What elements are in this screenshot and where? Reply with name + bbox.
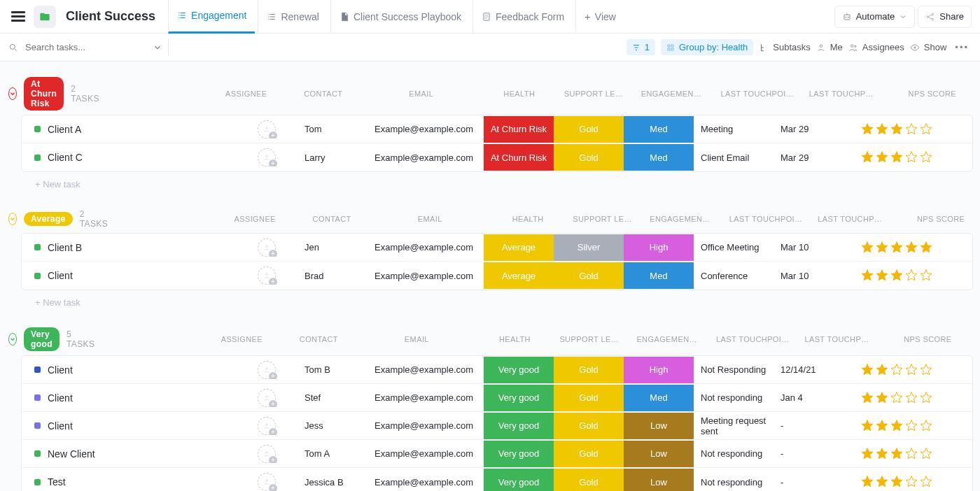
column-header[interactable]: EMAIL bbox=[374, 215, 486, 223]
health-cell[interactable]: Average bbox=[484, 262, 554, 289]
touchpoint1-cell[interactable]: Not Responding bbox=[694, 364, 778, 375]
touchpoint2-cell[interactable]: Mar 29 bbox=[778, 124, 848, 134]
groupby-chip[interactable]: Group by: Health bbox=[661, 39, 753, 55]
nps-cell[interactable] bbox=[848, 447, 946, 461]
tab-engagement[interactable]: Engagement bbox=[168, 0, 255, 34]
column-header[interactable]: HEALTH bbox=[484, 90, 554, 98]
avatar-add-icon[interactable] bbox=[258, 389, 276, 407]
column-header[interactable]: LAST TOUCHPOI… bbox=[724, 215, 808, 223]
task-name[interactable]: Client B bbox=[48, 242, 82, 253]
avatar-add-icon[interactable] bbox=[258, 148, 276, 166]
column-header[interactable]: NPS SCORE bbox=[883, 90, 980, 98]
task-name[interactable]: Client bbox=[48, 392, 73, 404]
table-row[interactable]: Test Jessica B Example@example.com Very … bbox=[22, 468, 972, 491]
table-row[interactable]: New Client Tom A Example@example.com Ver… bbox=[22, 440, 972, 468]
assignee-cell[interactable] bbox=[232, 120, 302, 138]
contact-cell[interactable]: Jess bbox=[302, 420, 372, 431]
automate-button[interactable]: Automate bbox=[834, 6, 916, 28]
column-header[interactable]: ASSIGNEE bbox=[206, 335, 276, 343]
column-header[interactable]: CONTACT bbox=[297, 215, 367, 223]
me-filter[interactable]: Me bbox=[816, 42, 843, 52]
folder-icon[interactable] bbox=[34, 6, 56, 28]
touchpoint1-cell[interactable]: Office Meeting bbox=[694, 242, 778, 252]
collapse-toggle[interactable] bbox=[8, 87, 17, 100]
group-badge[interactable]: Average bbox=[24, 212, 73, 226]
touchpoint2-cell[interactable]: Mar 10 bbox=[778, 271, 848, 281]
health-cell[interactable]: Very good bbox=[484, 441, 554, 467]
health-cell[interactable]: At Churn Risk bbox=[484, 144, 554, 171]
status-dot[interactable] bbox=[34, 126, 41, 132]
touchpoint1-cell[interactable]: Not responding bbox=[694, 448, 778, 459]
search-input[interactable] bbox=[24, 41, 136, 53]
collapse-toggle[interactable] bbox=[8, 333, 17, 346]
group-badge[interactable]: At Churn Risk bbox=[24, 77, 64, 111]
task-name[interactable]: New Client bbox=[48, 448, 95, 460]
task-name[interactable]: Client bbox=[48, 420, 73, 432]
nps-cell[interactable] bbox=[848, 475, 946, 489]
touchpoint2-cell[interactable]: Mar 29 bbox=[778, 152, 848, 163]
column-header[interactable]: ENGAGEMENT L… bbox=[638, 90, 708, 98]
avatar-add-icon[interactable] bbox=[258, 361, 276, 379]
nps-cell[interactable] bbox=[848, 391, 946, 405]
avatar-add-icon[interactable] bbox=[258, 120, 276, 138]
column-header[interactable]: LAST TOUCHPOI… bbox=[710, 335, 794, 343]
column-header[interactable]: EMAIL bbox=[360, 335, 472, 343]
email-cell[interactable]: Example@example.com bbox=[372, 242, 484, 252]
status-dot[interactable] bbox=[34, 450, 41, 457]
health-cell[interactable]: Average bbox=[484, 234, 554, 261]
support-cell[interactable]: Gold bbox=[554, 469, 624, 491]
column-header[interactable]: CONTACT bbox=[288, 90, 358, 98]
email-cell[interactable]: Example@example.com bbox=[372, 448, 484, 459]
show-menu[interactable]: Show bbox=[910, 42, 947, 52]
task-name[interactable]: Client bbox=[48, 270, 73, 281]
tab-renewal[interactable]: Renewal bbox=[258, 0, 327, 34]
engagement-cell[interactable]: Low bbox=[624, 441, 694, 467]
touchpoint2-cell[interactable]: Mar 10 bbox=[778, 242, 848, 252]
contact-cell[interactable]: Tom A bbox=[302, 448, 372, 459]
nps-cell[interactable] bbox=[848, 122, 946, 136]
column-header[interactable]: NPS SCORE bbox=[892, 215, 980, 223]
column-header[interactable]: SUPPORT LEVEL bbox=[561, 90, 631, 98]
support-cell[interactable]: Gold bbox=[554, 441, 624, 467]
email-cell[interactable]: Example@example.com bbox=[372, 364, 484, 375]
chevron-down-icon[interactable] bbox=[153, 43, 162, 52]
table-row[interactable]: Client Stef Example@example.com Very goo… bbox=[22, 384, 972, 412]
column-header[interactable]: SUPPORT LEVEL bbox=[570, 215, 640, 223]
subtasks-toggle[interactable]: Subtasks bbox=[759, 42, 810, 52]
avatar-add-icon[interactable] bbox=[258, 417, 276, 435]
menu-icon[interactable] bbox=[8, 8, 28, 24]
assignee-cell[interactable] bbox=[232, 389, 302, 407]
column-header[interactable]: ENGAGEMENT L… bbox=[634, 335, 704, 343]
status-dot[interactable] bbox=[34, 244, 41, 250]
touchpoint2-cell[interactable]: - bbox=[778, 448, 848, 459]
task-name[interactable]: Client A bbox=[48, 124, 81, 135]
table-row[interactable]: Client C Larry Example@example.com At Ch… bbox=[22, 143, 972, 171]
assignees-toggle[interactable]: Assignees bbox=[848, 42, 904, 52]
assignee-cell[interactable] bbox=[232, 266, 302, 285]
engagement-cell[interactable]: Med bbox=[624, 144, 694, 171]
contact-cell[interactable]: Larry bbox=[302, 152, 372, 163]
engagement-cell[interactable]: Low bbox=[624, 413, 694, 439]
column-header[interactable]: LAST TOUCHPOI… bbox=[806, 90, 876, 98]
filter-chip[interactable]: 1 bbox=[626, 39, 655, 55]
column-header[interactable]: HEALTH bbox=[479, 335, 550, 343]
avatar-add-icon[interactable] bbox=[258, 239, 276, 257]
engagement-cell[interactable]: Low bbox=[624, 469, 694, 491]
engagement-cell[interactable]: High bbox=[624, 357, 694, 383]
share-button[interactable]: Share bbox=[918, 6, 972, 28]
health-cell[interactable]: At Churn Risk bbox=[484, 116, 554, 143]
health-cell[interactable]: Very good bbox=[484, 385, 554, 411]
table-row[interactable]: Client Brad Example@example.com Average … bbox=[22, 262, 972, 290]
email-cell[interactable]: Example@example.com bbox=[372, 152, 484, 163]
task-name[interactable]: Client bbox=[48, 364, 73, 376]
touchpoint1-cell[interactable]: Not responding bbox=[694, 392, 778, 403]
assignee-cell[interactable] bbox=[232, 445, 302, 463]
health-cell[interactable]: Very good bbox=[484, 413, 554, 439]
table-row[interactable]: Client A Tom Example@example.com At Chur… bbox=[22, 115, 972, 143]
tab-playbook[interactable]: Client Success Playbook bbox=[330, 0, 470, 34]
column-header[interactable]: SUPPORT LEVEL bbox=[556, 335, 626, 343]
touchpoint1-cell[interactable]: Client Email bbox=[694, 152, 778, 163]
nps-cell[interactable] bbox=[848, 150, 946, 164]
touchpoint1-cell[interactable]: Meeting request sent bbox=[694, 415, 778, 436]
assignee-cell[interactable] bbox=[232, 473, 302, 491]
